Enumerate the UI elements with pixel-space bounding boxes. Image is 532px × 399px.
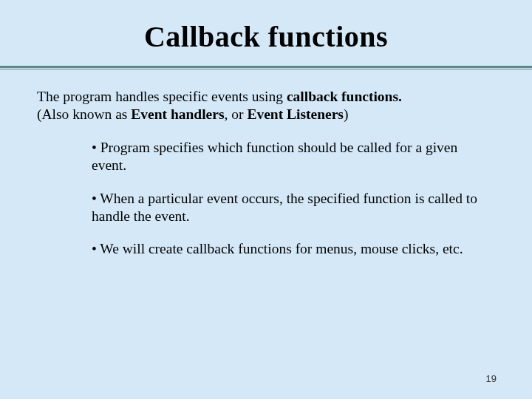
intro-mid: , or xyxy=(225,106,248,122)
slide-title: Callback functions xyxy=(0,19,532,54)
intro-post: ) xyxy=(344,106,349,122)
page-number: 19 xyxy=(486,373,497,384)
bullet-text: Program specifies which function should … xyxy=(92,140,457,173)
title-divider xyxy=(0,66,532,70)
bullet-item: When a particular event occurs, the spec… xyxy=(92,190,495,226)
bullet-text: We will create callback functions for me… xyxy=(92,241,463,256)
bullet-text: When a particular event occurs, the spec… xyxy=(92,191,477,224)
bullet-list: Program specifies which function should … xyxy=(37,139,495,259)
intro-bold-listeners: Event Listeners xyxy=(247,106,344,122)
intro-bold-callback: callback functions. xyxy=(287,89,402,104)
bullet-item: We will create callback functions for me… xyxy=(92,240,495,258)
intro-bold-handlers: Event handlers xyxy=(131,106,224,122)
bullet-item: Program specifies which function should … xyxy=(92,139,495,175)
intro-line2-pre: (Also known as xyxy=(37,106,131,122)
intro-paragraph: The program handles specific events usin… xyxy=(37,88,495,124)
intro-pre: The program handles specific events usin… xyxy=(37,89,287,104)
title-area: Callback functions xyxy=(0,0,532,70)
slide-content: The program handles specific events usin… xyxy=(0,70,532,259)
